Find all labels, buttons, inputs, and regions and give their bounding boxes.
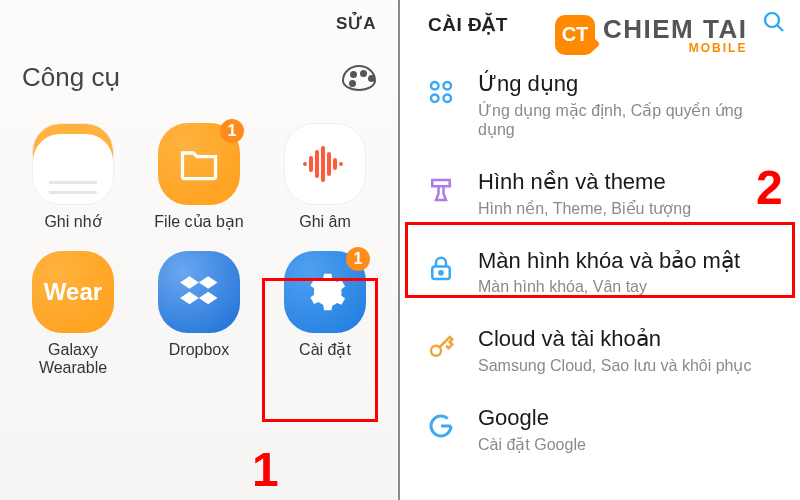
settings-title: CÀI ĐẶT [428,13,508,36]
svg-point-5 [444,95,452,103]
folder-icon: 1 [158,123,240,205]
svg-point-2 [431,82,439,90]
row-title: Ứng dụng [478,71,782,97]
row-title: Google [478,405,586,431]
app-label: File của bạn [154,213,243,233]
settings-row-text: Cloud và tài khoản Samsung Cloud, Sao lư… [478,326,751,375]
settings-row-text: Ứng dụng Ứng dụng mặc định, Cấp quyền ứn… [478,71,782,139]
step-number-1: 1 [252,442,279,497]
app-grid: Ghi nhớ 1 File của bạn Ghi âm Wear Galax… [0,111,398,390]
svg-line-1 [777,25,783,31]
app-galaxy-wearable[interactable]: Wear Galaxy Wearable [12,245,134,384]
row-subtitle: Samsung Cloud, Sao lưu và khôi phục [478,356,751,375]
svg-point-8 [431,346,441,356]
badge: 1 [346,247,370,271]
waveform-icon [284,123,366,205]
settings-row-wallpaper[interactable]: Hình nền và theme Hình nền, Theme, Biểu … [400,154,800,233]
settings-header: CÀI ĐẶT [400,0,800,56]
row-title: Cloud và tài khoản [478,326,751,352]
app-label: Ghi âm [299,213,351,233]
app-label: Cài đặt [299,341,351,361]
memo-icon [32,123,114,205]
settings-row-apps[interactable]: Ứng dụng Ứng dụng mặc định, Cấp quyền ứn… [400,56,800,154]
row-title: Màn hình khóa và bảo mật [478,248,740,274]
palette-icon[interactable] [342,65,376,91]
edit-button[interactable]: SỬA [336,13,376,34]
gear-icon: 1 [284,251,366,333]
app-label: Ghi nhớ [44,213,101,233]
settings-row-text: Google Cài đặt Google [478,405,586,454]
app-drawer-pane: SỬA Công cụ Ghi nhớ 1 File của bạn [0,0,400,500]
row-subtitle: Ứng dụng mặc định, Cấp quyền ứng dụng [478,101,782,139]
app-memo[interactable]: Ghi nhớ [12,117,134,239]
settings-pane: CÀI ĐẶT Ứng dụng Ứng dụng mặc định, Cấp … [400,0,800,500]
row-subtitle: Màn hình khóa, Vân tay [478,278,740,296]
svg-point-4 [431,95,439,103]
svg-point-0 [765,13,779,27]
left-topbar: SỬA [0,0,398,46]
settings-row-lock-security[interactable]: Màn hình khóa và bảo mật Màn hình khóa, … [400,233,800,311]
app-voice-recorder[interactable]: Ghi âm [264,117,386,239]
key-icon [424,330,458,364]
app-files[interactable]: 1 File của bạn [138,117,260,239]
section-header: Công cụ [0,46,398,111]
app-settings[interactable]: 1 Cài đặt [264,245,386,384]
svg-point-7 [439,271,442,274]
settings-row-text: Hình nền và theme Hình nền, Theme, Biểu … [478,169,691,218]
app-label: Dropbox [169,341,229,361]
row-subtitle: Cài đặt Google [478,435,586,454]
settings-row-google[interactable]: Google Cài đặt Google [400,390,800,469]
row-title: Hình nền và theme [478,169,691,195]
section-title: Công cụ [22,62,120,93]
lock-icon [424,252,458,286]
wear-icon: Wear [32,251,114,333]
row-subtitle: Hình nền, Theme, Biểu tượng [478,199,691,218]
settings-row-cloud-accounts[interactable]: Cloud và tài khoản Samsung Cloud, Sao lư… [400,311,800,390]
google-icon [424,409,458,443]
app-dropbox[interactable]: Dropbox [138,245,260,384]
brush-icon [424,173,458,207]
apps-icon [424,75,458,109]
search-icon[interactable] [762,10,786,38]
badge: 1 [220,119,244,143]
step-number-2: 2 [756,160,783,215]
dropbox-icon [158,251,240,333]
app-label: Galaxy Wearable [12,341,134,378]
svg-point-3 [444,82,452,90]
settings-row-text: Màn hình khóa và bảo mật Màn hình khóa, … [478,248,740,296]
